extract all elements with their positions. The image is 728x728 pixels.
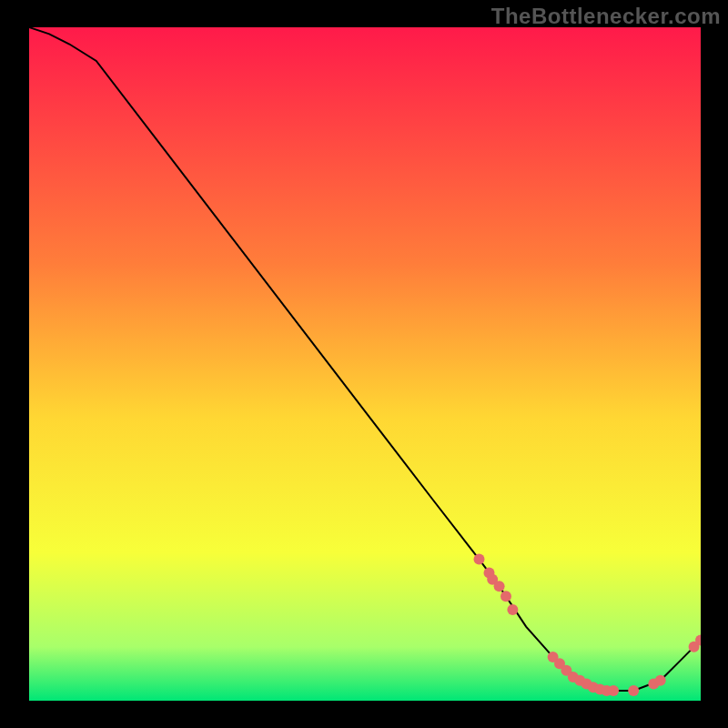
- data-marker: [494, 581, 505, 592]
- data-marker: [655, 675, 666, 686]
- data-marker: [507, 604, 518, 615]
- data-marker: [500, 591, 511, 602]
- watermark-text: TheBottlenecker.com: [491, 4, 721, 29]
- gradient-background: [29, 27, 701, 701]
- data-marker: [628, 685, 639, 696]
- chart-svg: [29, 27, 701, 701]
- data-marker: [474, 554, 485, 565]
- data-marker: [608, 685, 619, 696]
- chart-frame: TheBottlenecker.com: [0, 0, 728, 728]
- plot-area: [29, 27, 701, 701]
